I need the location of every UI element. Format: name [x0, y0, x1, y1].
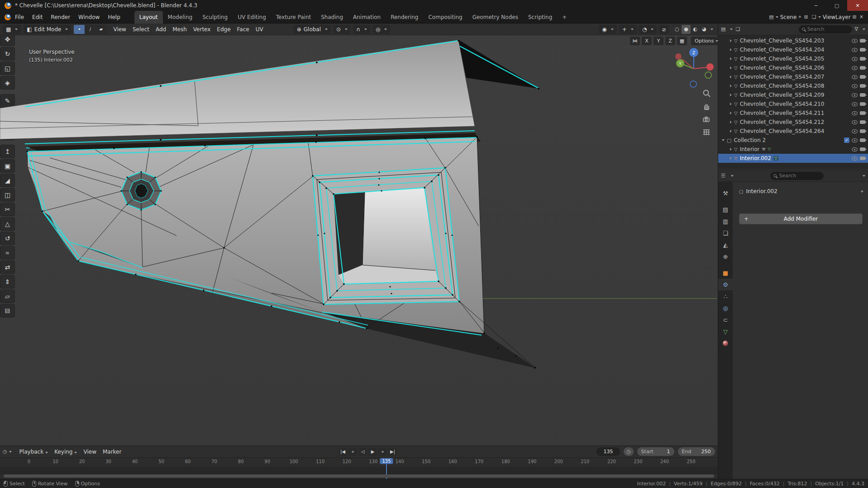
zoom-icon[interactable]: [702, 89, 711, 98]
properties-tab-particles[interactable]: ∴: [718, 290, 733, 302]
minimize-button[interactable]: ─: [806, 0, 826, 11]
edge-select-mode-button[interactable]: ∕: [85, 25, 95, 34]
hide-viewport-icon[interactable]: [852, 120, 858, 124]
object-name[interactable]: Chevrolet_Chevelle_SS454.206: [740, 65, 849, 71]
add-workspace-button[interactable]: +: [557, 11, 572, 24]
collection-checkbox[interactable]: ✓: [844, 137, 849, 143]
menu-add[interactable]: Add: [153, 26, 169, 33]
object-name[interactable]: Chevrolet_Chevelle_SS454.211: [740, 110, 849, 116]
object-name[interactable]: Interior.002: [740, 155, 771, 161]
workspace-tab-scripting[interactable]: Scripting: [523, 11, 557, 24]
menu-face[interactable]: Face: [234, 26, 253, 33]
expand-icon[interactable]: [730, 157, 732, 160]
timeline-scrollbar[interactable]: [4, 474, 714, 478]
remove-view-layer-icon[interactable]: ✕: [859, 14, 863, 20]
shading-dropdown-icon[interactable]: [711, 28, 713, 30]
properties-search[interactable]: [770, 172, 824, 180]
properties-tab-modifiers[interactable]: ⚙: [718, 279, 733, 290]
disable-render-icon[interactable]: [860, 39, 865, 43]
outliner-row[interactable]: ▽Chevrolet_Chevelle_SS454.203: [718, 36, 868, 45]
hide-viewport-icon[interactable]: [852, 93, 858, 97]
menu-file[interactable]: File: [11, 11, 28, 24]
menu-view[interactable]: View: [110, 26, 129, 33]
outliner-row[interactable]: ▽Chevrolet_Chevelle_SS454.204: [718, 45, 868, 54]
object-name[interactable]: Chevrolet_Chevelle_SS454.209: [740, 92, 849, 98]
properties-editor-icon[interactable]: ☰: [721, 173, 725, 179]
pivot-point-dropdown[interactable]: ⊙: [333, 25, 351, 34]
expand-icon[interactable]: [730, 76, 732, 78]
hide-viewport-icon[interactable]: [852, 75, 858, 79]
menu-edit[interactable]: Edit: [28, 11, 47, 24]
shading-rendered-button[interactable]: ◕: [700, 25, 709, 34]
expand-icon[interactable]: [730, 66, 732, 69]
snap-base-icon[interactable]: ▦: [677, 37, 687, 45]
new-scene-icon[interactable]: ⊞: [804, 14, 808, 20]
menu-window[interactable]: Window: [74, 11, 104, 24]
outliner-search-input[interactable]: [807, 26, 849, 32]
object-name[interactable]: Chevrolet_Chevelle_SS454.205: [740, 56, 849, 62]
tool-options-dropdown[interactable]: Options: [691, 37, 722, 45]
object-name[interactable]: Chevrolet_Chevelle_SS454.204: [740, 47, 849, 53]
transform-orientation-dropdown[interactable]: ⊕Global: [294, 25, 331, 34]
shading-wireframe-button[interactable]: ○: [672, 25, 682, 34]
scene-selector[interactable]: Scene: [778, 11, 799, 24]
mirror-y-toggle[interactable]: Y: [653, 37, 663, 45]
jump-to-end-button[interactable]: ▶|: [388, 448, 397, 456]
expand-icon[interactable]: [730, 103, 732, 105]
disable-render-icon[interactable]: [860, 111, 865, 115]
outliner-row[interactable]: ▽Chevrolet_Chevelle_SS454.212: [718, 118, 868, 127]
disable-render-icon[interactable]: [860, 138, 865, 142]
properties-tab-scene[interactable]: ◭: [718, 239, 733, 251]
object-name[interactable]: Chevrolet_Chevelle_SS454.210: [740, 101, 849, 107]
outliner-row-collection[interactable]: ▢Collection 2✓: [718, 136, 868, 145]
outliner-row[interactable]: ▽Chevrolet_Chevelle_SS454.210: [718, 99, 868, 109]
menu-playback[interactable]: Playback: [16, 449, 52, 455]
menu-uv[interactable]: UV: [253, 26, 267, 33]
disable-render-icon[interactable]: [860, 129, 865, 133]
pin-id-icon[interactable]: ⌖: [861, 189, 863, 194]
xray-toggle[interactable]: ⧄: [659, 25, 669, 34]
outliner-search[interactable]: [799, 25, 852, 33]
vertex-select-mode-button[interactable]: •: [74, 25, 85, 34]
disable-render-icon[interactable]: [860, 102, 865, 106]
outliner-display-mode-icon[interactable]: ❏: [735, 26, 740, 32]
workspace-tab-uv-editing[interactable]: UV Editing: [233, 11, 271, 24]
expand-icon[interactable]: [730, 130, 732, 133]
hide-viewport-icon[interactable]: [852, 84, 858, 88]
properties-tab-physics[interactable]: ◎: [718, 302, 733, 314]
hide-viewport-icon[interactable]: [852, 57, 858, 61]
mirror-x-toggle[interactable]: X: [642, 37, 652, 45]
object-name[interactable]: Chevrolet_Chevelle_SS454.264: [740, 128, 849, 134]
hide-viewport-icon[interactable]: [852, 156, 858, 161]
mirror-z-toggle[interactable]: Z: [665, 37, 675, 45]
outliner-row[interactable]: ▽Chevrolet_Chevelle_SS454.264: [718, 127, 868, 136]
current-frame-field[interactable]: 135: [596, 447, 620, 456]
snapping-toggle[interactable]: ∩: [353, 25, 370, 34]
workspace-tab-layout[interactable]: Layout: [134, 11, 163, 24]
expand-icon[interactable]: [730, 57, 732, 60]
jump-to-start-button[interactable]: |◀: [339, 448, 347, 456]
play-reverse-button[interactable]: ◁: [358, 448, 367, 456]
gizmo-z-neg-axis[interactable]: [690, 81, 696, 87]
mode-dropdown[interactable]: ◧Edit Mode: [24, 25, 71, 34]
properties-tab-output[interactable]: ▥: [718, 215, 733, 227]
menu-keying[interactable]: Keying: [51, 449, 80, 455]
menu-vertex[interactable]: Vertex: [190, 26, 214, 33]
workspace-tab-sculpting[interactable]: Sculpting: [197, 11, 233, 24]
expand-icon[interactable]: [730, 85, 732, 87]
properties-tab-object[interactable]: ■: [718, 267, 733, 279]
menu-select[interactable]: Select: [129, 26, 153, 33]
disable-render-icon[interactable]: [860, 57, 865, 61]
hide-viewport-icon[interactable]: [852, 138, 858, 142]
object-name[interactable]: Chevrolet_Chevelle_SS454.208: [740, 83, 849, 89]
outliner-row-active[interactable]: ▽Interior.002▽: [718, 154, 868, 163]
workspace-tab-texture-paint[interactable]: Texture Paint: [271, 11, 316, 24]
hide-viewport-icon[interactable]: [852, 48, 858, 52]
hide-viewport-icon[interactable]: [852, 39, 858, 43]
properties-tab-object-data[interactable]: ▽: [718, 326, 733, 337]
playhead-frame-badge[interactable]: 135: [380, 458, 393, 464]
grid-perspective-icon[interactable]: [702, 128, 711, 137]
play-button[interactable]: ▶: [368, 448, 377, 456]
object-name[interactable]: Chevrolet_Chevelle_SS454.207: [740, 74, 849, 80]
menu-timeline-view[interactable]: View: [80, 449, 99, 455]
